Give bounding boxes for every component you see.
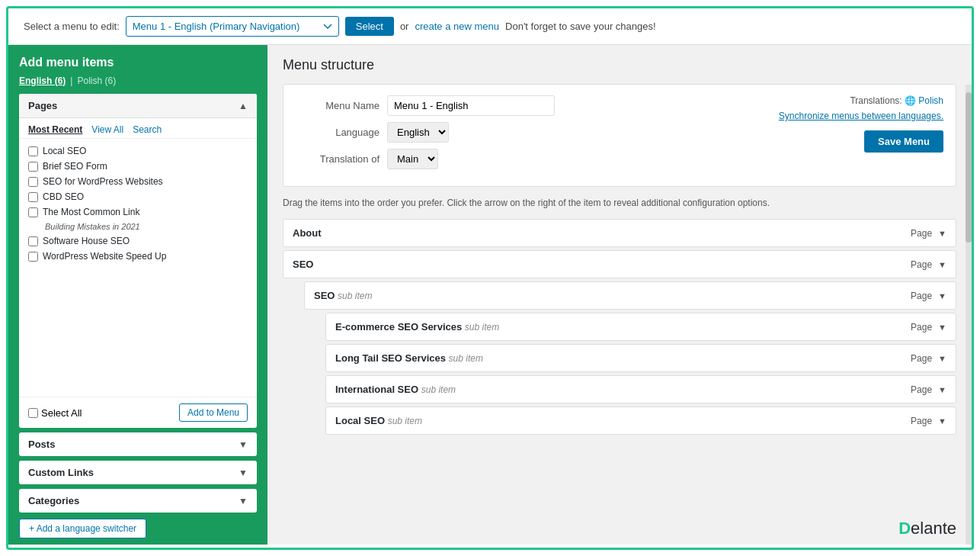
lang-separator: | (70, 76, 72, 86)
logo: Delante (898, 519, 956, 538)
main-content: Add menu items English (6) | Polish (6) … (8, 45, 972, 545)
page-checkbox-local-seo[interactable] (28, 146, 38, 156)
list-item: Brief SEO Form (28, 159, 248, 174)
tab-view-all[interactable]: View All (91, 124, 123, 135)
select-menu-label: Select a menu to edit: (24, 21, 120, 32)
menu-item-about[interactable]: About Page ▼ (283, 219, 956, 247)
menu-item-ecommerce-dropdown[interactable]: ▼ (938, 323, 946, 332)
page-checkbox-brief-seo[interactable] (28, 162, 38, 172)
menu-item-seo-sub[interactable]: SEO sub item Page ▼ (304, 281, 956, 310)
right-panel: Menu structure Menu Name Language Englis… (267, 45, 972, 545)
sync-menus-link[interactable]: Synchronize menus between languages. (779, 111, 943, 121)
page-checkbox-software-house[interactable] (28, 236, 38, 246)
menu-item-seo[interactable]: SEO Page ▼ (283, 250, 956, 278)
page-label-local-seo[interactable]: Local SEO (43, 146, 86, 156)
page-checkbox-website-speed[interactable] (28, 252, 38, 262)
translation-of-select[interactable]: Main (387, 149, 438, 169)
pages-tabs: Most Recent View All Search (19, 118, 257, 139)
scrollbar-vertical[interactable] (966, 85, 972, 545)
add-language-switcher-button[interactable]: + Add a language switcher (19, 519, 146, 538)
drag-instruction: Drag the items into the order you prefer… (283, 196, 956, 210)
menu-item-seo-sub-right: Page ▼ (911, 291, 946, 301)
menu-item-long-tail-dropdown[interactable]: ▼ (938, 354, 946, 363)
lang-tab-polish[interactable]: Polish (6) (77, 76, 116, 86)
create-new-menu-link[interactable]: create a new menu (415, 21, 499, 32)
categories-arrow: ▼ (239, 496, 248, 506)
menu-item-international-seo[interactable]: International SEO sub item Page ▼ (325, 375, 956, 403)
menu-item-about-dropdown[interactable]: ▼ (938, 229, 946, 238)
custom-links-title: Custom Links (28, 467, 94, 478)
language-label: Language (296, 127, 380, 138)
list-item: CBD SEO (28, 189, 248, 204)
posts-arrow: ▼ (239, 439, 248, 450)
custom-links-arrow: ▼ (239, 468, 248, 478)
menu-item-local-seo-dropdown[interactable]: ▼ (938, 416, 946, 426)
menu-name-input[interactable] (387, 95, 555, 116)
list-item: The Most Common Link (28, 204, 248, 220)
menu-item-seo-sub-dropdown[interactable]: ▼ (938, 291, 946, 300)
menu-item-ecommerce-tag: sub item (465, 322, 499, 333)
pages-section-title: Pages (28, 100, 57, 111)
menu-item-seo-dropdown[interactable]: ▼ (938, 260, 946, 269)
building-note: Building Mistakes in 2021 (28, 220, 248, 233)
menu-item-local-seo-tag: sub item (388, 416, 422, 426)
tab-most-recent[interactable]: Most Recent (28, 124, 82, 135)
logo-rest: elante (911, 519, 956, 538)
menu-item-local-seo-right: Page ▼ (911, 416, 946, 426)
menu-item-seo-sub-label: SEO sub item (314, 290, 372, 301)
language-select[interactable]: English (387, 122, 449, 143)
page-label-website-speed[interactable]: WordPress Website Speed Up (43, 251, 166, 262)
select-all-checkbox[interactable] (28, 408, 38, 418)
select-button[interactable]: Select (345, 17, 394, 36)
posts-section[interactable]: Posts ▼ (19, 432, 257, 456)
menu-item-international-dropdown[interactable]: ▼ (938, 385, 946, 394)
page-label-common-link[interactable]: The Most Common Link (43, 207, 139, 217)
translation-of-row: Translation of Main (296, 149, 555, 169)
menu-item-international-right: Page ▼ (911, 384, 946, 395)
pages-section-header[interactable]: Pages ▲ (19, 94, 257, 118)
menu-item-local-seo-sub[interactable]: Local SEO sub item Page ▼ (325, 407, 956, 435)
menu-name-row: Menu Name (296, 95, 555, 116)
menu-item-international-type: Page (911, 384, 932, 395)
add-to-menu-button[interactable]: Add to Menu (179, 403, 248, 422)
save-reminder: Don't forget to save your changes! (505, 21, 656, 32)
menu-item-ecommerce-label: E-commerce SEO Services sub item (335, 321, 499, 333)
custom-links-section[interactable]: Custom Links ▼ (19, 461, 257, 484)
left-panel: Add menu items English (6) | Polish (6) … (8, 45, 267, 545)
menu-item-ecommerce-seo[interactable]: E-commerce SEO Services sub item Page ▼ (325, 313, 956, 341)
menu-item-long-tail-tag: sub item (449, 353, 483, 364)
menu-item-ecommerce-right: Page ▼ (911, 322, 946, 333)
tab-search[interactable]: Search (133, 124, 162, 135)
page-checkbox-seo-wordpress[interactable] (28, 177, 38, 187)
translations-polish-link[interactable]: Polish (918, 95, 943, 106)
pages-list: Local SEO Brief SEO Form SEO for WordPre… (19, 139, 257, 397)
language-row: Language English (296, 122, 555, 143)
page-label-seo-wordpress[interactable]: SEO for WordPress Websites (43, 176, 163, 187)
add-menu-title: Add menu items (19, 56, 257, 69)
list-item: Local SEO (28, 143, 248, 159)
save-menu-button[interactable]: Save Menu (864, 130, 943, 153)
categories-section[interactable]: Categories ▼ (19, 489, 257, 513)
lang-tab-english[interactable]: English (6) (19, 76, 66, 86)
menu-item-long-tail-type: Page (911, 353, 932, 364)
list-item: Software House SEO (28, 233, 248, 249)
menu-item-seo-sub-type: Page (911, 291, 932, 301)
pages-footer: Select All Add to Menu (19, 397, 257, 428)
menu-item-long-tail-label: Long Tail SEO Services sub item (335, 352, 483, 364)
list-item: SEO for WordPress Websites (28, 174, 248, 189)
page-checkbox-common-link[interactable] (28, 207, 38, 217)
menu-item-ecommerce-type: Page (911, 322, 932, 333)
select-all-label[interactable]: Select All (28, 407, 82, 419)
scrollbar-thumb[interactable] (966, 92, 972, 243)
page-checkbox-cbd-seo[interactable] (28, 192, 38, 202)
page-label-cbd-seo[interactable]: CBD SEO (43, 191, 84, 202)
menu-structure-title: Menu structure (283, 57, 956, 73)
page-label-software-house[interactable]: Software House SEO (43, 236, 130, 246)
menu-select[interactable]: Menu 1 - English (Primary Navigation) (126, 16, 339, 37)
menu-form: Menu Name Language English Translation o… (283, 84, 956, 187)
menu-item-long-tail-seo[interactable]: Long Tail SEO Services sub item Page ▼ (325, 344, 956, 372)
menu-name-label: Menu Name (296, 100, 380, 111)
pages-box: Pages ▲ Most Recent View All Search Loca… (19, 94, 257, 428)
page-label-brief-seo[interactable]: Brief SEO Form (43, 161, 107, 172)
menu-item-about-type: Page (911, 228, 932, 239)
